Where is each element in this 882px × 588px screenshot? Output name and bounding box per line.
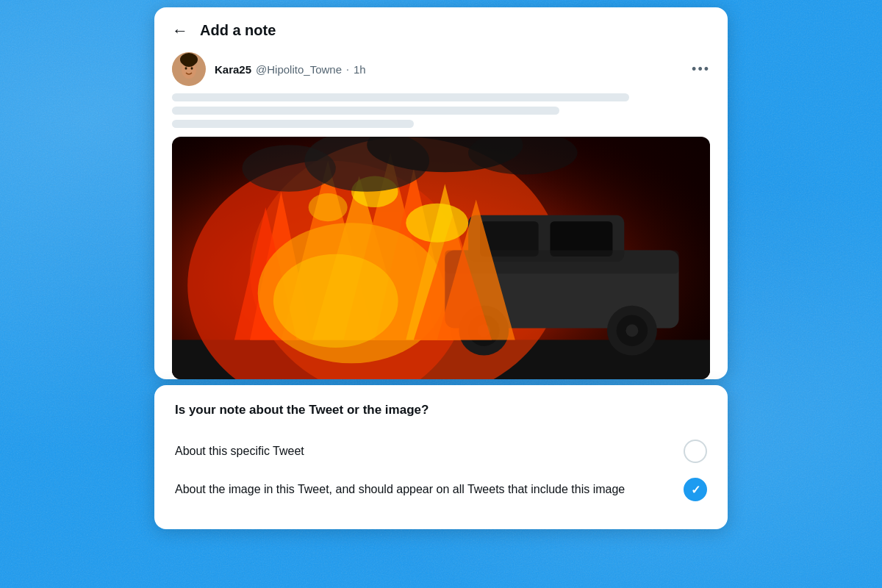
- text-line-1: [172, 93, 629, 101]
- separator: ·: [346, 63, 349, 75]
- display-name: Kara25: [215, 63, 251, 76]
- tweet-user-row: Kara25 @Hipolito_Towne · 1h •••: [172, 52, 710, 86]
- option-label-tweet: About this specific Tweet: [175, 443, 319, 459]
- text-line-3: [172, 120, 414, 128]
- radio-button-image[interactable]: [684, 478, 707, 501]
- tweet-text-placeholder: [172, 93, 710, 128]
- tweet-header: ← Add a note: [172, 22, 710, 39]
- text-line-2: [172, 107, 559, 115]
- svg-point-38: [242, 145, 335, 192]
- tweet-card: ← Add a note: [154, 7, 728, 379]
- tweet-image: [172, 137, 710, 379]
- back-button[interactable]: ←: [172, 23, 188, 39]
- svg-point-35: [309, 193, 348, 221]
- page-title: Add a note: [200, 22, 276, 39]
- svg-point-5: [182, 55, 196, 67]
- svg-point-4: [191, 67, 193, 70]
- option-row-tweet[interactable]: About this specific Tweet: [175, 432, 707, 470]
- user-info: Kara25 @Hipolito_Towne · 1h: [215, 63, 692, 76]
- card-wrapper: ← Add a note: [147, 7, 735, 529]
- avatar-image: [172, 52, 206, 86]
- svg-point-29: [625, 324, 638, 337]
- svg-point-3: [185, 67, 187, 70]
- more-options-button[interactable]: •••: [692, 62, 710, 77]
- username-line: Kara25 @Hipolito_Towne · 1h: [215, 63, 692, 76]
- option-row-image[interactable]: About the image in this Tweet, and shoul…: [175, 470, 707, 509]
- bottom-panel: Is your note about the Tweet or the imag…: [154, 385, 728, 529]
- svg-point-33: [406, 204, 468, 243]
- option-label-image: About the image in this Tweet, and shoul…: [175, 481, 639, 498]
- avatar: [172, 52, 206, 86]
- tweet-time: 1h: [354, 63, 366, 76]
- panel-question: Is your note about the Tweet or the imag…: [175, 403, 707, 417]
- radio-button-tweet[interactable]: [684, 440, 707, 463]
- svg-point-19: [273, 254, 398, 348]
- user-handle: @Hipolito_Towne: [256, 63, 342, 76]
